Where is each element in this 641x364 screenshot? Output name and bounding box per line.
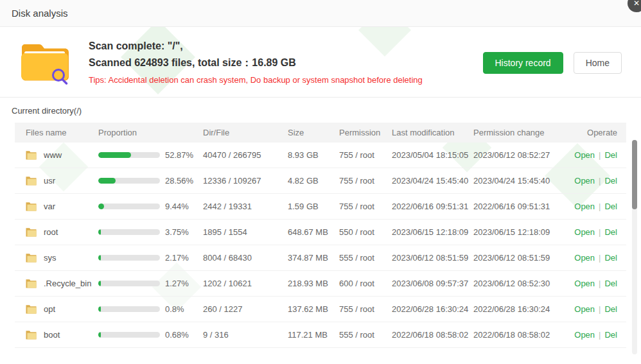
- col-header-operate: Operate: [555, 128, 617, 137]
- del-link[interactable]: Del: [604, 150, 617, 160]
- folder-icon: [26, 202, 37, 211]
- open-link[interactable]: Open: [574, 330, 595, 340]
- proportion-value: 0.68%: [165, 330, 189, 340]
- proportion-bar-fill: [98, 178, 116, 184]
- proportion-bar-fill: [98, 152, 131, 158]
- table-row: root 3.75% 1895 / 1554 648.67 MB 550 / r…: [15, 220, 626, 245]
- header-buttons: History record Home: [483, 52, 622, 74]
- open-link[interactable]: Open: [574, 150, 595, 160]
- operate-cell: Open|Del: [555, 279, 617, 288]
- permission-cell: 550 / root: [339, 227, 392, 237]
- last-modification-cell: 2022/06/16 09:51:31: [392, 202, 473, 211]
- folder-icon: [26, 330, 37, 340]
- proportion-bar: [98, 178, 160, 184]
- operate-cell: Open|Del: [555, 253, 617, 263]
- dir-file-cell: 1202 / 10621: [203, 279, 288, 288]
- file-name: var: [44, 202, 55, 211]
- open-link[interactable]: Open: [574, 202, 595, 211]
- open-link[interactable]: Open: [574, 176, 595, 186]
- proportion-value: 1.27%: [165, 279, 189, 288]
- permission-cell: 755 / root: [339, 202, 392, 211]
- permission-change-cell: 2022/06/16 09:51:31: [473, 202, 555, 211]
- col-header-permission-change: Permission change: [473, 128, 555, 137]
- file-name-cell: .Recycle_bin: [26, 279, 98, 288]
- permission-cell: 755 / root: [339, 176, 392, 186]
- proportion-cell: 0.68%: [98, 330, 203, 340]
- operate-separator: |: [599, 304, 601, 314]
- col-header-dir-file: Dir/File: [203, 128, 288, 137]
- operate-separator: |: [599, 176, 601, 186]
- file-name: opt: [44, 304, 55, 314]
- size-cell: 4.82 GB: [288, 176, 339, 186]
- del-link[interactable]: Del: [604, 253, 617, 263]
- scan-summary-panel: Scan complete: "/", Scanned 624893 files…: [0, 27, 641, 98]
- col-header-last-modification: Last modification: [392, 128, 473, 137]
- file-name-cell: root: [26, 227, 98, 237]
- home-button[interactable]: Home: [574, 52, 622, 74]
- size-cell: 648.67 MB: [288, 227, 339, 237]
- del-link[interactable]: Del: [604, 227, 617, 237]
- file-name-cell: var: [26, 202, 98, 211]
- proportion-bar-fill: [98, 204, 104, 209]
- last-modification-cell: 2023/06/15 12:18:09: [392, 227, 473, 237]
- dir-file-cell: 260 / 1227: [203, 304, 288, 314]
- folder-icon: [26, 279, 37, 288]
- permission-change-cell: 2023/06/12 08:52:30: [473, 279, 555, 288]
- last-modification-cell: 2023/04/24 15:45:40: [392, 176, 473, 186]
- proportion-bar: [98, 281, 160, 286]
- operate-separator: |: [599, 202, 601, 211]
- scrollbar-thumb[interactable]: [632, 140, 637, 209]
- open-link[interactable]: Open: [574, 227, 595, 237]
- del-link[interactable]: Del: [604, 330, 617, 340]
- table-row: boot 0.68% 9 / 316 117.21 MB 555 / root …: [15, 322, 626, 348]
- operate-cell: Open|Del: [555, 176, 617, 186]
- file-name: usr: [44, 176, 55, 186]
- title-bar: Disk analysis: [0, 0, 641, 27]
- open-link[interactable]: Open: [574, 253, 595, 263]
- proportion-cell: 52.87%: [98, 150, 203, 160]
- last-modification-cell: 2023/05/04 18:15:05: [392, 150, 473, 160]
- del-link[interactable]: Del: [604, 202, 617, 211]
- file-name-cell: www: [26, 150, 98, 160]
- last-modification-cell: 2023/06/08 09:57:37: [392, 279, 473, 288]
- table-row: usr 28.56% 12336 / 109267 4.82 GB 755 / …: [15, 168, 626, 194]
- permission-change-cell: 2022/06/18 08:58:02: [473, 330, 555, 340]
- file-name: sys: [44, 253, 57, 263]
- history-record-button[interactable]: History record: [483, 52, 563, 74]
- proportion-value: 9.44%: [165, 202, 189, 211]
- size-cell: 374.87 MB: [288, 253, 339, 263]
- operate-cell: Open|Del: [555, 330, 617, 340]
- operate-separator: |: [599, 330, 601, 340]
- del-link[interactable]: Del: [604, 279, 617, 288]
- operate-separator: |: [599, 150, 601, 160]
- proportion-value: 28.56%: [165, 176, 193, 186]
- last-modification-cell: 2022/06/18 08:58:02: [392, 330, 473, 340]
- close-icon: ✕: [633, 0, 640, 8]
- operate-separator: |: [599, 253, 601, 263]
- scan-complete-line: Scan complete: "/",: [89, 40, 423, 52]
- folder-icon: [26, 176, 37, 186]
- table-header-row: Files name Proportion Dir/File Size Perm…: [15, 123, 626, 143]
- proportion-cell: 3.75%: [98, 227, 203, 237]
- del-link[interactable]: Del: [604, 304, 617, 314]
- proportion-bar-fill: [98, 255, 101, 261]
- permission-change-cell: 2023/04/24 15:45:40: [473, 176, 555, 186]
- file-name: www: [44, 150, 62, 160]
- proportion-bar-fill: [98, 332, 101, 338]
- dir-file-cell: 2442 / 19331: [203, 202, 288, 211]
- open-link[interactable]: Open: [574, 279, 595, 288]
- dir-file-cell: 9 / 316: [203, 330, 288, 340]
- folder-search-icon: [19, 41, 71, 85]
- open-link[interactable]: Open: [574, 304, 595, 314]
- proportion-bar: [98, 332, 160, 338]
- files-table: Files name Proportion Dir/File Size Perm…: [15, 123, 626, 348]
- col-header-size: Size: [288, 128, 339, 137]
- proportion-cell: 2.17%: [98, 253, 203, 263]
- size-cell: 117.21 MB: [288, 330, 339, 340]
- permission-change-cell: 2023/06/15 12:18:09: [473, 227, 555, 237]
- del-link[interactable]: Del: [604, 176, 617, 186]
- size-cell: 137.62 MB: [288, 304, 339, 314]
- last-modification-cell: 2023/06/12 08:51:59: [392, 253, 473, 263]
- operate-separator: |: [599, 279, 601, 288]
- operate-cell: Open|Del: [555, 150, 617, 160]
